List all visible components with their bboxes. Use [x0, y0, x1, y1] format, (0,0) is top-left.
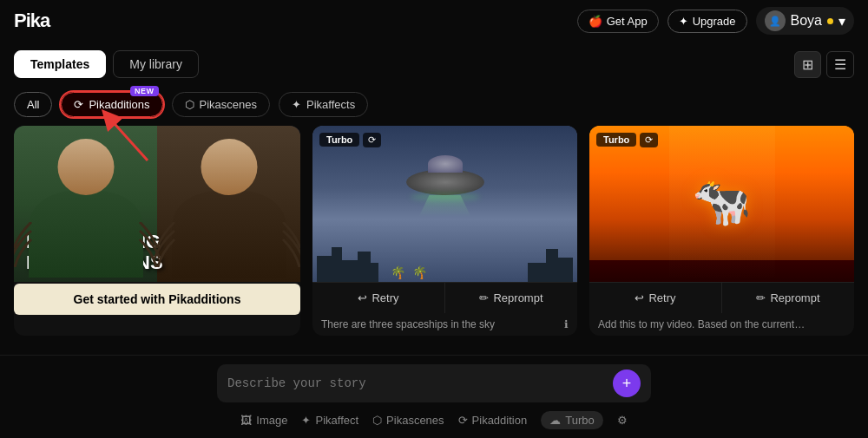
user-menu[interactable]: 👤 Boya ▾	[756, 7, 854, 35]
card2-actions: ↩ Retry ✏ Reprompt	[312, 282, 577, 313]
pikascenes-tool-icon: ⬡	[372, 414, 382, 427]
get-app-button[interactable]: 🍎 Get App	[577, 10, 659, 33]
cow-thumbnail: 🐄 Turbo ⟳	[589, 126, 854, 282]
tool-pikaffect[interactable]: ✦ Pikaffect	[301, 414, 358, 427]
retry-icon-2: ↩	[635, 291, 644, 304]
card2-caption: There are three spaceships in the sky ℹ	[312, 313, 577, 336]
avatar-icon: 👤	[769, 16, 781, 27]
retry-button-card2[interactable]: ↩ Retry	[312, 283, 445, 313]
turbo-icon: ☁	[549, 414, 561, 427]
new-badge: NEW	[130, 86, 159, 96]
pikadditions-icon: ⟳	[74, 98, 83, 111]
filter-pikaffects[interactable]: ✦ Pikaffects	[279, 92, 368, 117]
filter-row: All ⟳ Pikadditions NEW ⬡ Pikascenes ✦ Pi…	[0, 87, 868, 126]
card3-caption: Add this to my video. Based on the curre…	[589, 313, 854, 336]
turbo-badge-card2: Turbo	[319, 133, 359, 147]
ufo-thumbnail: 🌴 🌴 Turbo ⟳	[312, 126, 577, 282]
pikadditions-intro-card: INTRODUCING PIKADDITIONS Get started wit…	[14, 126, 300, 336]
main-tabs: Templates My library	[14, 50, 199, 78]
tab-my-library[interactable]: My library	[113, 50, 199, 78]
pikaddition-icon: ⟳	[458, 414, 468, 427]
filter-pikascenes[interactable]: ⬡ Pikascenes	[172, 92, 270, 117]
tool-image[interactable]: 🖼 Image	[240, 414, 287, 427]
cow-video-card: 🐄 Turbo ⟳ ↩ Retry ✏ Reprompt Add this to…	[589, 126, 854, 336]
view-toggle: ⊞ ☰	[794, 51, 854, 78]
intro-image: INTRODUCING PIKADDITIONS	[14, 126, 300, 282]
person-left	[14, 126, 157, 282]
header: Pika 🍎 Get App ✦ Upgrade 👤 Boya ▾	[0, 0, 868, 42]
get-started-button[interactable]: Get started with Pikadditions	[14, 284, 300, 315]
star-icon: ✦	[679, 15, 688, 28]
pikaffect-icon: ✦	[301, 414, 311, 427]
reprompt-button-card3[interactable]: ✏ Reprompt	[722, 283, 854, 313]
header-right: 🍎 Get App ✦ Upgrade 👤 Boya ▾	[577, 7, 854, 35]
tool-pikaddition[interactable]: ⟳ Pikaddition	[458, 414, 528, 427]
pikascenes-icon: ⬡	[185, 98, 194, 111]
add-prompt-button[interactable]: +	[613, 369, 641, 397]
upgrade-button[interactable]: ✦ Upgrade	[667, 10, 747, 33]
edit-icon-2: ✏	[756, 291, 766, 304]
list-view-button[interactable]: ☰	[826, 51, 854, 78]
toolbar-row: 🖼 Image ✦ Pikaffect ⬡ Pikascenes ⟳ Pikad…	[14, 411, 854, 429]
filter-all[interactable]: All	[14, 92, 52, 117]
content-grid: INTRODUCING PIKADDITIONS Get started wit…	[0, 126, 868, 336]
bottom-bar: + 🖼 Image ✦ Pikaffect ⬡ Pikascenes ⟳ Pik…	[0, 355, 868, 438]
retry-button-card3[interactable]: ↩ Retry	[589, 283, 722, 313]
ufo-video-card: 🌴 🌴 Turbo ⟳ ↩ Retry ✏ Reprompt There are…	[312, 126, 577, 336]
retry-icon: ↩	[358, 291, 367, 304]
filter-pikadditions[interactable]: ⟳ Pikadditions NEW	[61, 92, 162, 117]
user-status-dot	[827, 18, 833, 24]
refresh-icon-card2: ⟳	[363, 133, 381, 147]
edit-icon: ✏	[479, 291, 489, 304]
prompt-bar: +	[217, 364, 651, 402]
turbo-badge-card3: Turbo	[596, 133, 636, 147]
reprompt-button-card2[interactable]: ✏ Reprompt	[445, 283, 577, 313]
info-icon: ℹ	[564, 318, 569, 330]
prompt-input[interactable]	[227, 376, 613, 390]
refresh-icon-card3: ⟳	[640, 133, 658, 147]
person-right	[157, 126, 300, 282]
tabs-row: Templates My library ⊞ ☰	[0, 42, 868, 87]
avatar: 👤	[765, 10, 786, 31]
user-name: Boya	[791, 13, 822, 29]
apple-icon: 🍎	[589, 15, 602, 28]
tool-turbo[interactable]: ☁ Turbo	[541, 411, 602, 429]
chevron-down-icon: ▾	[838, 13, 845, 29]
tool-pikascenes[interactable]: ⬡ Pikascenes	[372, 414, 444, 427]
pikaffects-icon: ✦	[292, 98, 301, 111]
settings-icon: ⚙	[617, 414, 628, 427]
app-logo: Pika	[14, 10, 49, 32]
tab-templates[interactable]: Templates	[14, 50, 106, 78]
tool-settings[interactable]: ⚙	[617, 414, 628, 427]
card3-actions: ↩ Retry ✏ Reprompt	[589, 282, 854, 313]
image-icon: 🖼	[240, 414, 252, 427]
grid-view-button[interactable]: ⊞	[794, 51, 821, 78]
